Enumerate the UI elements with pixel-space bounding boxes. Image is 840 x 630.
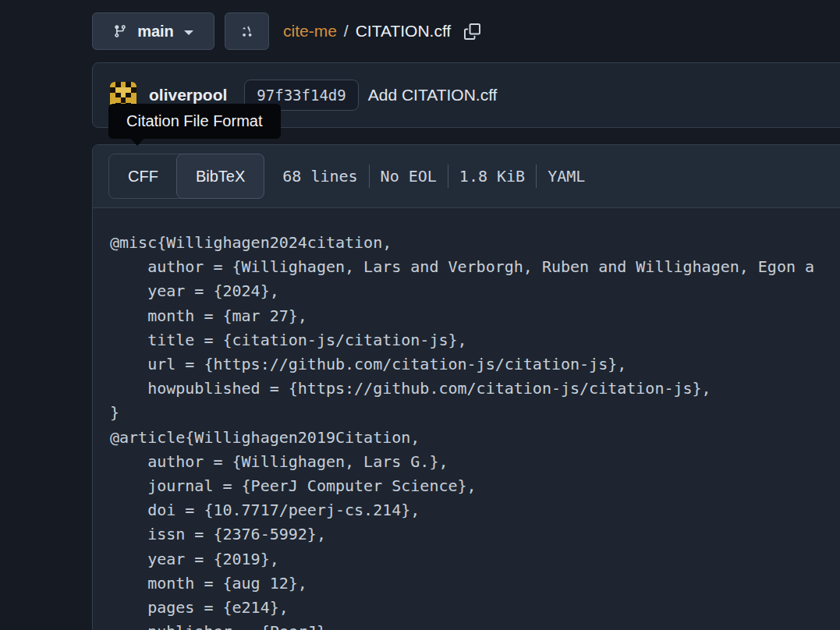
caret-down-icon <box>184 30 193 35</box>
code-line: year = {2024}, <box>110 279 840 303</box>
file-eol-status: No EOL <box>381 167 437 186</box>
file-lines-count: 68 lines <box>282 167 357 186</box>
file-info: 68 lines No EOL 1.8 KiB YAML <box>282 165 585 188</box>
code-line: author = {Willighagen, Lars G.}, <box>110 450 840 474</box>
cff-tooltip: Citation File Format <box>108 104 281 139</box>
compare-button[interactable] <box>225 12 269 50</box>
code-line: journal = {PeerJ Computer Science}, <box>110 474 840 498</box>
code-line: @misc{Willighagen2024citation, <box>110 231 840 255</box>
format-tab-group: CFF BibTeX <box>108 154 264 199</box>
file-header: CFF BibTeX 68 lines No EOL 1.8 KiB YAML <box>93 145 840 208</box>
file-toolbar: main cite-me / CITATION.cff <box>92 12 480 50</box>
copy-path-button[interactable] <box>464 23 480 40</box>
code-line: @article{Willighagen2019Citation, <box>110 426 840 450</box>
copy-icon <box>464 23 480 40</box>
code-line: year = {2019}, <box>110 547 840 572</box>
code-line: author = {Willighagen, Lars and Verborgh… <box>110 255 840 279</box>
code-content: @misc{Willighagen2024citation, author = … <box>93 208 840 630</box>
git-compare-icon <box>240 24 254 38</box>
code-line: doi = {10.7717/peerj-cs.214}, <box>110 498 840 522</box>
file-view-panel: CFF BibTeX 68 lines No EOL 1.8 KiB YAML … <box>92 144 840 630</box>
code-line: } <box>110 401 840 425</box>
divider <box>536 165 537 188</box>
divider <box>448 165 448 188</box>
tab-cff[interactable]: CFF <box>109 154 177 198</box>
breadcrumb: cite-me / CITATION.cff <box>283 22 480 41</box>
code-line: publisher = {PeerJ} <box>110 620 840 630</box>
code-line: pages = {e214}, <box>110 596 840 620</box>
file-size: 1.8 KiB <box>459 167 525 186</box>
git-branch-icon <box>113 24 127 38</box>
repo-file-view: main cite-me / CITATION.cff <box>0 0 840 630</box>
tab-bibtex[interactable]: BibTeX <box>176 154 264 199</box>
branch-name: main <box>137 23 174 41</box>
code-line: issn = {2376-5992}, <box>110 522 840 547</box>
code-line: url = {https://github.com/citation-js/ci… <box>110 352 840 377</box>
code-line: month = {aug 12}, <box>110 572 840 596</box>
breadcrumb-repo-link[interactable]: cite-me <box>283 22 337 41</box>
breadcrumb-file-name: CITATION.cff <box>356 22 452 41</box>
branch-selector-button[interactable]: main <box>92 12 214 50</box>
commit-author-link[interactable]: oliverpool <box>149 86 227 104</box>
divider <box>369 165 370 188</box>
breadcrumb-separator: / <box>344 22 349 41</box>
code-line: title = {citation-js/citation-js}, <box>110 328 840 352</box>
file-language: YAML <box>548 167 585 186</box>
commit-message-link[interactable]: Add CITATION.cff <box>368 86 498 104</box>
code-line: month = {mar 27}, <box>110 304 840 328</box>
code-line: howpublished = {https://github.com/citat… <box>110 377 840 401</box>
tooltip-text: Citation File Format <box>126 112 263 129</box>
